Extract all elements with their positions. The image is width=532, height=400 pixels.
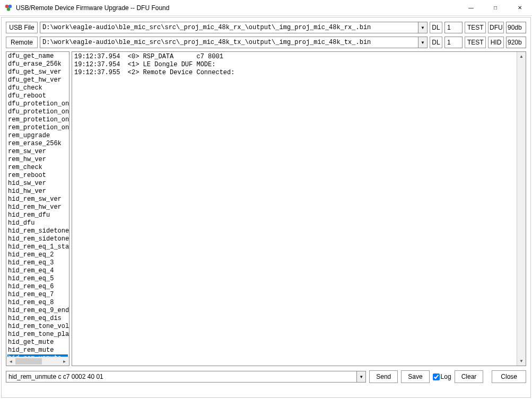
window-controls: — □ ✕ [459, 0, 532, 15]
minimize-button[interactable]: — [459, 0, 483, 15]
list-item[interactable]: rem_protetion_on [7, 124, 68, 132]
usb-file-row: USB File ▼ DL TEST DFU [6, 22, 526, 33]
usb-dl-count-input[interactable] [444, 22, 463, 33]
vscroll-track[interactable] [517, 61, 526, 357]
close-button[interactable]: Close [492, 370, 526, 383]
usb-file-button[interactable]: USB File [6, 22, 38, 33]
remote-file-row: Remote ▼ DL TEST HID [6, 37, 526, 48]
list-item[interactable]: dfu_reboot [7, 92, 68, 100]
save-button[interactable]: Save [401, 370, 429, 383]
titlebar: USB/Remote Device Firmware Upgrade -- DF… [0, 0, 532, 16]
list-item[interactable]: hid_rem_eq_dis [7, 315, 68, 323]
list-item[interactable]: hid_hw_ver [7, 188, 68, 195]
log-text[interactable]: 19:12:37.954 <0> RSP_DATA c7 8001 19:12:… [72, 52, 526, 78]
log-area: 19:12:37.954 <0> RSP_DATA c7 8001 19:12:… [72, 51, 526, 366]
command-listbox[interactable]: dfu_get_namedfu_erase_256kdfu_get_sw_ver… [6, 51, 69, 366]
log-checkbox[interactable] [433, 374, 440, 380]
list-item[interactable]: dfu_get_name [7, 52, 68, 60]
list-item[interactable]: rem_check [7, 164, 68, 172]
hid-tag-button[interactable]: HID [488, 37, 504, 48]
dfu-value-input[interactable] [506, 22, 526, 33]
command-input[interactable] [6, 371, 356, 383]
clear-button[interactable]: Clear [455, 370, 484, 383]
list-item[interactable]: hid_rem_eq_1_sta [7, 243, 68, 251]
hscroll-left-button[interactable]: ◄ [6, 357, 15, 366]
list-item[interactable]: hid_rem_tone_vol [7, 323, 68, 331]
list-item[interactable]: hid_rem_eq_5 [7, 275, 68, 283]
list-item[interactable]: rem_upgrade [7, 132, 68, 140]
list-item[interactable]: rem_erase_256k [7, 140, 68, 148]
app-icon [4, 4, 13, 12]
list-item[interactable]: hid_sw_ver [7, 180, 68, 188]
send-button[interactable]: Send [369, 370, 398, 383]
usb-test-button[interactable]: TEST [465, 22, 486, 33]
log-checkbox-label: Log [441, 373, 451, 380]
bottom-row: ▼ Send Save Log Clear Close [6, 370, 526, 383]
usb-dl-button[interactable]: DL [430, 22, 442, 33]
list-item[interactable]: hid_dfu [7, 219, 68, 227]
maximize-button[interactable]: □ [483, 0, 508, 15]
list-item[interactable]: dfu_protetion_on [7, 108, 68, 116]
window-title: USB/Remote Device Firmware Upgrade -- DF… [16, 4, 459, 12]
listbox-hscrollbar[interactable]: ◄ ► [6, 357, 69, 366]
list-item[interactable]: hid_rem_sw_ver [7, 195, 68, 203]
list-item[interactable]: hid_rem_eq_4 [7, 267, 68, 275]
list-item[interactable]: hid_rem_sidetone [7, 227, 68, 235]
list-item[interactable]: hid_rem_sidetone [7, 235, 68, 243]
remote-button[interactable]: Remote [6, 37, 38, 48]
list-item[interactable]: hid_rem_tone_pla [7, 331, 68, 339]
remote-file-path-input[interactable] [40, 37, 418, 48]
svg-point-0 [5, 4, 8, 7]
list-item[interactable]: hid_rem_eq_7 [7, 291, 68, 299]
log-vscrollbar[interactable]: ▲ ▼ [517, 52, 526, 366]
remote-file-combo: ▼ [40, 37, 428, 48]
main-frame: USB File ▼ DL TEST DFU Remote ▼ DL TEST … [1, 17, 531, 398]
close-window-button[interactable]: ✕ [508, 0, 532, 15]
remote-dl-button[interactable]: DL [430, 37, 442, 48]
list-item[interactable]: hid_rem_dfu [7, 211, 68, 219]
list-item[interactable]: dfu_protetion_on [7, 100, 68, 108]
hscroll-right-button[interactable]: ► [60, 357, 69, 366]
list-item[interactable]: rem_hw_ver [7, 156, 68, 164]
remote-dl-count-input[interactable] [444, 37, 463, 48]
list-item[interactable]: hid_rem_eq_3 [7, 259, 68, 267]
list-item[interactable]: dfu_get_sw_ver [7, 68, 68, 76]
remote-test-button[interactable]: TEST [465, 37, 486, 48]
list-item[interactable]: rem_sw_ver [7, 148, 68, 156]
list-item[interactable]: rem_reboot [7, 172, 68, 180]
svg-point-1 [8, 4, 12, 7]
usb-file-combo: ▼ [40, 22, 428, 33]
list-item[interactable]: hid_get_mute [7, 339, 68, 346]
vscroll-down-button[interactable]: ▼ [517, 357, 526, 366]
log-checkbox-wrap[interactable]: Log [433, 373, 451, 380]
command-dropdown-button[interactable]: ▼ [356, 371, 366, 383]
list-item[interactable]: rem_protetion_on [7, 116, 68, 124]
hscroll-thumb[interactable] [15, 358, 42, 365]
remote-file-dropdown-button[interactable]: ▼ [418, 37, 428, 48]
list-item[interactable]: dfu_get_hw_ver [7, 76, 68, 84]
hid-value-input[interactable] [506, 37, 526, 48]
list-item[interactable]: hid_rem_hw_ver [7, 203, 68, 211]
list-item[interactable]: hid_rem_eq_2 [7, 251, 68, 259]
command-combo: ▼ [6, 371, 366, 383]
usb-file-path-input[interactable] [40, 22, 418, 33]
dfu-tag-button[interactable]: DFU [488, 22, 504, 33]
vscroll-up-button[interactable]: ▲ [517, 52, 526, 61]
list-item[interactable]: hid_rem_mute [7, 346, 68, 354]
list-item[interactable]: hid_rem_eq_9_end [7, 307, 68, 315]
list-item[interactable]: hid_rem_eq_8 [7, 299, 68, 307]
list-item[interactable]: dfu_erase_256k [7, 60, 68, 68]
main-area: dfu_get_namedfu_erase_256kdfu_get_sw_ver… [6, 51, 526, 366]
hscroll-track[interactable] [15, 357, 60, 366]
list-item[interactable]: hid_rem_eq_6 [7, 283, 68, 291]
list-item[interactable]: dfu_check [7, 84, 68, 92]
usb-file-dropdown-button[interactable]: ▼ [418, 22, 428, 33]
svg-point-2 [7, 7, 10, 11]
